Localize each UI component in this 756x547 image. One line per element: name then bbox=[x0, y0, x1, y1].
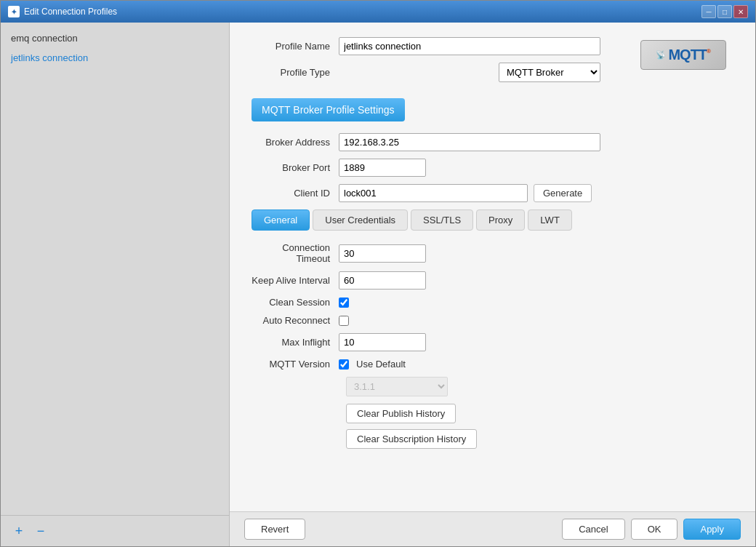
profile-type-row: Profile Type MQTT Broker MQTT WebSocket … bbox=[252, 63, 600, 82]
clear-buttons-area: Clear Publish History Clear Subscription… bbox=[346, 404, 733, 449]
main-panel: Profile Name Profile Type MQTT Broker MQ… bbox=[230, 23, 755, 546]
broker-address-label: Broker Address bbox=[252, 137, 339, 148]
generate-button[interactable]: Generate bbox=[534, 184, 592, 202]
tab-bar: General User Credentials SSL/TLS Proxy L… bbox=[252, 209, 733, 231]
tab-user-credentials[interactable]: User Credentials bbox=[313, 209, 408, 231]
profile-name-row: Profile Name bbox=[252, 37, 600, 55]
clean-session-label: Clean Session bbox=[252, 297, 339, 308]
broker-address-row: Broker Address bbox=[252, 133, 733, 151]
title-bar: ✦ Edit Connection Profiles ─ □ ✕ bbox=[1, 1, 755, 23]
broker-port-row: Broker Port bbox=[252, 159, 733, 177]
close-button[interactable]: ✕ bbox=[733, 5, 748, 18]
mqtt-version-row: MQTT Version Use Default bbox=[252, 359, 733, 370]
window-icon: ✦ bbox=[8, 6, 20, 17]
version-select[interactable]: 3.1.1 bbox=[346, 377, 448, 396]
clear-subscription-button[interactable]: Clear Subscription History bbox=[346, 429, 477, 449]
apply-button[interactable]: Apply bbox=[683, 519, 741, 540]
auto-reconnect-row: Auto Reconnect bbox=[252, 315, 733, 326]
max-inflight-row: Max Inflight bbox=[252, 333, 733, 351]
bottom-right-buttons: Cancel OK Apply bbox=[562, 519, 741, 540]
keep-alive-input[interactable] bbox=[339, 271, 426, 290]
cancel-button[interactable]: Cancel bbox=[562, 519, 624, 540]
use-default-checkbox[interactable] bbox=[339, 359, 349, 370]
window-title: Edit Connection Profiles bbox=[24, 7, 117, 17]
tab-ssl-tls[interactable]: SSL/TLS bbox=[411, 209, 473, 231]
tab-lwt[interactable]: LWT bbox=[528, 209, 571, 231]
keep-alive-row: Keep Alive Interval bbox=[252, 271, 733, 290]
title-bar-left: ✦ Edit Connection Profiles bbox=[8, 6, 117, 17]
profile-name-label: Profile Name bbox=[252, 41, 339, 52]
bottom-bar: Revert Cancel OK Apply bbox=[230, 511, 755, 546]
title-bar-buttons: ─ □ ✕ bbox=[701, 5, 748, 18]
sidebar: emq connection jetlinks connection + − bbox=[1, 23, 230, 546]
tab-proxy[interactable]: Proxy bbox=[476, 209, 525, 231]
main-content: Profile Name Profile Type MQTT Broker MQ… bbox=[230, 23, 755, 511]
clean-session-checkbox[interactable] bbox=[339, 298, 349, 308]
section-header: MQTT Broker Profile Settings bbox=[252, 98, 405, 121]
max-inflight-input[interactable] bbox=[339, 333, 426, 351]
broker-address-input[interactable] bbox=[339, 133, 600, 151]
clear-publish-button[interactable]: Clear Publish History bbox=[346, 404, 456, 423]
connection-timeout-input[interactable] bbox=[339, 244, 426, 263]
keep-alive-label: Keep Alive Interval bbox=[252, 275, 339, 286]
revert-button[interactable]: Revert bbox=[244, 519, 305, 540]
use-default-area: Use Default bbox=[339, 359, 406, 370]
profile-type-select[interactable]: MQTT Broker MQTT WebSocket Broker bbox=[499, 63, 600, 82]
sidebar-items: emq connection jetlinks connection bbox=[1, 23, 229, 515]
broker-port-label: Broker Port bbox=[252, 162, 339, 173]
max-inflight-label: Max Inflight bbox=[252, 337, 339, 348]
client-id-input[interactable] bbox=[339, 184, 528, 202]
maximize-button[interactable]: □ bbox=[717, 5, 732, 18]
auto-reconnect-checkbox[interactable] bbox=[339, 316, 349, 326]
client-id-label: Client ID bbox=[252, 188, 339, 199]
remove-connection-button[interactable]: − bbox=[33, 523, 49, 539]
mqtt-logo-text: MQTT bbox=[668, 47, 707, 63]
client-id-row: Client ID Generate bbox=[252, 184, 733, 202]
sidebar-item-jetlinks[interactable]: jetlinks connection bbox=[1, 48, 229, 68]
broker-port-input[interactable] bbox=[339, 159, 426, 177]
clean-session-row: Clean Session bbox=[252, 297, 733, 308]
general-tab-content: Connection Timeout Keep Alive Interval C… bbox=[252, 242, 733, 449]
mqtt-version-label: MQTT Version bbox=[252, 359, 339, 370]
sidebar-footer: + − bbox=[1, 515, 229, 546]
use-default-label: Use Default bbox=[356, 359, 406, 370]
auto-reconnect-label: Auto Reconnect bbox=[252, 315, 339, 326]
mqtt-logo-dot: ® bbox=[707, 48, 711, 55]
profile-type-label: Profile Type bbox=[252, 67, 339, 78]
tab-general[interactable]: General bbox=[252, 209, 310, 231]
content-area: emq connection jetlinks connection + − P… bbox=[1, 23, 755, 546]
version-select-area: 3.1.1 bbox=[346, 377, 733, 396]
main-window: ✦ Edit Connection Profiles ─ □ ✕ emq con… bbox=[0, 0, 756, 547]
add-connection-button[interactable]: + bbox=[11, 523, 27, 539]
connection-timeout-label: Connection Timeout bbox=[252, 242, 339, 264]
minimize-button[interactable]: ─ bbox=[701, 5, 716, 18]
mqtt-logo-area: 📡 MQTT ® bbox=[640, 40, 726, 70]
sidebar-item-emq[interactable]: emq connection bbox=[1, 28, 229, 48]
connection-timeout-row: Connection Timeout bbox=[252, 242, 733, 264]
profile-form-area: Profile Name Profile Type MQTT Broker MQ… bbox=[252, 37, 600, 89]
mqtt-logo-antenna: 📡 bbox=[656, 50, 666, 60]
ok-button[interactable]: OK bbox=[631, 519, 678, 540]
profile-name-input[interactable] bbox=[339, 37, 600, 55]
